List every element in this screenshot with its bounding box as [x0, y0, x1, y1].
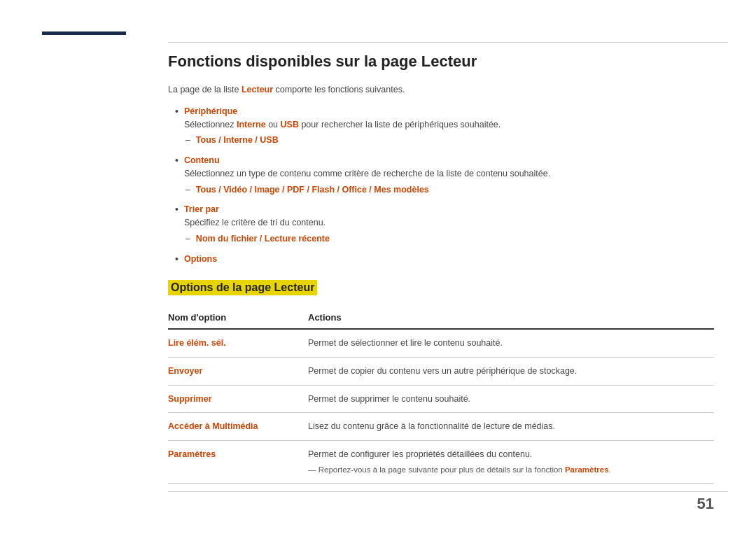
bullet-description: Spécifiez le critère de tri du contenu. — [184, 216, 714, 230]
option-name: Envoyer — [168, 357, 308, 385]
feature-list: • Périphérique Sélectionnez Interne ou U… — [175, 105, 714, 266]
sub-dash: – — [186, 232, 190, 246]
option-action-cell: Permet de configurer les propriétés déta… — [308, 441, 714, 484]
option-name: Accéder à Multimédia — [168, 413, 308, 441]
option-action: Permet de sélectionner et lire le conten… — [308, 329, 714, 357]
note-bold: Paramètres — [565, 465, 609, 474]
option-action: Permet de supprimer le contenu souhaité. — [308, 385, 714, 413]
intro-paragraph: La page de la liste Lecteur comporte les… — [168, 83, 714, 97]
bullet-content: Contenu Sélectionnez un type de contenu … — [184, 154, 714, 196]
option-name: Supprimer — [168, 385, 308, 413]
bullet-content: Trier par Spécifiez le critère de tri du… — [184, 203, 714, 245]
note-after: . — [609, 465, 611, 474]
sub-item: – Tous / Vidéo / Image / PDF / Flash / O… — [186, 183, 714, 197]
sub-links: Nom du fichier / Lecture récente — [196, 232, 330, 246]
intro-text-before: La page de la liste — [168, 85, 241, 94]
bullet-dot: • — [175, 253, 178, 267]
table-row: Paramètres Permet de configurer les prop… — [168, 441, 714, 484]
top-rule — [168, 42, 728, 43]
bullet-content: Options — [184, 253, 714, 266]
list-item: • Trier par Spécifiez le critère de tri … — [175, 203, 714, 245]
intro-bold-word: Lecteur — [241, 85, 273, 94]
page-number: 51 — [697, 495, 714, 513]
page-title: Fonctions disponibles sur la page Lecteu… — [168, 52, 714, 71]
bullet-dot: • — [175, 105, 178, 119]
desc-between: ou — [266, 120, 281, 129]
section-heading: Options de la page Lecteur — [168, 280, 317, 295]
content-area: Fonctions disponibles sur la page Lecteu… — [168, 52, 714, 491]
sub-item: – Nom du fichier / Lecture récente — [186, 232, 714, 246]
bullet-title: Options — [184, 254, 217, 264]
desc-bold1: Interne — [237, 120, 266, 129]
option-action: Permet de copier du contenu vers un autr… — [308, 357, 714, 385]
option-action: Lisez du contenu grâce à la fonctionnali… — [308, 413, 714, 441]
col-header-option: Nom d'option — [168, 307, 308, 329]
table-row: Supprimer Permet de supprimer le contenu… — [168, 385, 714, 413]
left-accent-bar — [42, 31, 126, 35]
bullet-title: Contenu — [184, 155, 220, 165]
section-heading-wrapper: Options de la page Lecteur — [168, 280, 714, 295]
option-name: Lire élém. sél. — [168, 329, 308, 357]
bullet-description: Sélectionnez un type de contenu comme cr… — [184, 167, 714, 181]
action-text: Permet de configurer les propriétés déta… — [308, 449, 532, 459]
bullet-title: Périphérique — [184, 106, 237, 116]
page-container: Fonctions disponibles sur la page Lecteu… — [0, 0, 756, 534]
sub-links: Tous / Vidéo / Image / PDF / Flash / Off… — [196, 183, 429, 197]
table-note: ― Reportez-vous à la page suivante pour … — [308, 464, 707, 476]
bottom-rule — [168, 491, 728, 492]
table-row: Lire élém. sél. Permet de sélectionner e… — [168, 329, 714, 357]
list-item: • Contenu Sélectionnez un type de conten… — [175, 154, 714, 196]
sub-dash: – — [186, 134, 190, 147]
list-item: • Options — [175, 253, 714, 267]
note-before: ― Reportez-vous à la page suivante pour … — [308, 465, 565, 474]
options-table: Nom d'option Actions Lire élém. sél. Per… — [168, 307, 714, 484]
table-row: Envoyer Permet de copier du contenu vers… — [168, 357, 714, 385]
option-name: Paramètres — [168, 441, 308, 484]
bullet-content: Périphérique Sélectionnez Interne ou USB… — [184, 105, 714, 147]
table-row: Accéder à Multimédia Lisez du contenu gr… — [168, 413, 714, 441]
table-header-row: Nom d'option Actions — [168, 307, 714, 329]
bullet-dot: • — [175, 203, 178, 217]
bullet-title: Trier par — [184, 204, 219, 214]
intro-text-after: comporte les fonctions suivantes. — [273, 85, 405, 94]
sub-links: Tous / Interne / USB — [196, 134, 279, 147]
col-header-actions: Actions — [308, 307, 714, 329]
sub-item: – Tous / Interne / USB — [186, 134, 714, 147]
bullet-dot: • — [175, 154, 178, 168]
desc-bold2: USB — [281, 120, 299, 129]
list-item: • Périphérique Sélectionnez Interne ou U… — [175, 105, 714, 147]
bullet-description: Sélectionnez Interne ou USB pour recherc… — [184, 118, 714, 132]
desc-after: pour rechercher la liste de périphérique… — [299, 120, 500, 129]
sub-dash: – — [186, 183, 190, 197]
desc-before: Sélectionnez — [184, 120, 237, 129]
